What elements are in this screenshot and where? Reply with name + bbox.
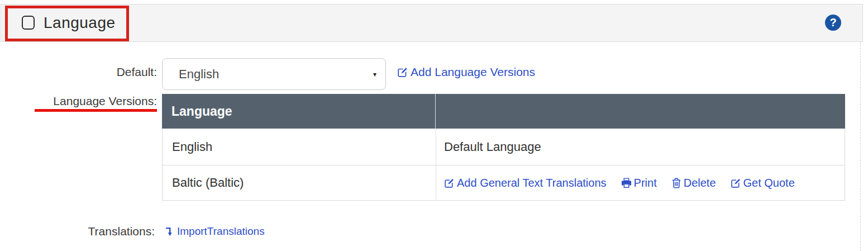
row-actions: Add General Text Translations Print xyxy=(436,165,845,200)
language-cell: Baltic (Baltic) xyxy=(163,165,436,200)
language-versions-label: Language Versions: xyxy=(0,94,157,108)
edit-icon xyxy=(397,67,408,78)
add-language-versions-label: Add Language Versions xyxy=(411,65,535,79)
table-row: Baltic (Baltic) Add General Text Transla… xyxy=(162,165,845,201)
action-label: Get Quote xyxy=(743,177,795,190)
table-header-actions xyxy=(436,94,845,129)
import-translations-link[interactable]: ImportTranslations xyxy=(165,225,265,238)
language-section-checkbox[interactable] xyxy=(22,16,35,30)
delete-link[interactable]: Delete xyxy=(671,177,716,190)
info-cell: Default Language xyxy=(436,129,845,165)
question-mark-glyph: ? xyxy=(829,16,836,29)
annotation-red-underline xyxy=(35,109,157,112)
import-translations-label: ImportTranslations xyxy=(177,225,265,238)
panel-header xyxy=(1,4,863,42)
translations-label: Translations: xyxy=(0,225,155,238)
panel-right-border xyxy=(860,42,861,251)
language-cell: English xyxy=(163,129,436,165)
print-link[interactable]: Print xyxy=(621,177,657,190)
default-language-select[interactable]: English ▾ xyxy=(162,58,386,90)
action-label: Print xyxy=(634,177,657,190)
table-header-row: Language xyxy=(162,94,845,129)
help-icon[interactable]: ? xyxy=(825,15,841,31)
get-quote-link[interactable]: Get Quote xyxy=(731,177,795,190)
select-value: English xyxy=(179,67,219,82)
action-label: Delete xyxy=(684,177,716,190)
trash-icon xyxy=(671,178,681,188)
table-header-language: Language xyxy=(162,94,436,129)
action-label: Add General Text Translations xyxy=(457,177,607,190)
default-label: Default: xyxy=(0,65,157,79)
language-settings-panel: Language ? Default: English ▾ Add Langua… xyxy=(0,0,868,251)
caret-down-icon: ▾ xyxy=(373,70,376,78)
table-row: English Default Language xyxy=(162,129,845,165)
level-down-arrow-icon xyxy=(165,226,173,237)
page-title: Language xyxy=(44,14,116,32)
add-language-versions-link[interactable]: Add Language Versions xyxy=(397,65,535,79)
add-general-text-translations-link[interactable]: Add General Text Translations xyxy=(444,177,607,190)
edit-icon xyxy=(731,178,741,188)
print-icon xyxy=(621,178,632,188)
language-versions-table: Language English Default Language Baltic… xyxy=(162,94,845,201)
edit-icon xyxy=(444,178,455,188)
